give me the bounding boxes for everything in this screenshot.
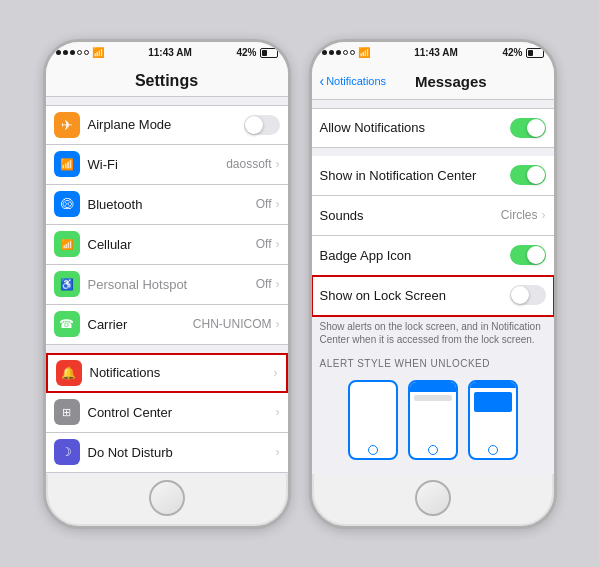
- notifications-icon: 🔔: [56, 360, 82, 386]
- badge-app-icon-item[interactable]: Badge App Icon: [312, 236, 554, 276]
- mini-alert-box: [474, 392, 512, 412]
- airplane-label: Airplane Mode: [88, 117, 244, 132]
- alert-style-banner[interactable]: [408, 380, 458, 460]
- cellular-chevron: ›: [276, 237, 280, 251]
- allow-notif-knob: [527, 119, 545, 137]
- show-notif-center-label: Show in Notification Center: [320, 168, 510, 183]
- notifications-chevron: ›: [274, 366, 278, 380]
- wifi-settings-icon: 📶: [54, 151, 80, 177]
- lock-screen-description: Show alerts on the lock screen, and in N…: [312, 316, 554, 352]
- show-lock-screen-toggle[interactable]: [510, 285, 546, 305]
- signal-dot-4: [77, 50, 82, 55]
- mini-phone-home-3: [488, 445, 498, 455]
- spacer-1: [312, 148, 554, 156]
- control-center-chevron: ›: [276, 405, 280, 419]
- mini-banner-content: [414, 395, 452, 401]
- settings-item-airplane[interactable]: ✈ Airplane Mode: [46, 105, 288, 145]
- settings-list: ✈ Airplane Mode 📶 Wi-Fi daossoft › ⨷ Blu…: [46, 97, 288, 474]
- settings-item-cellular[interactable]: 📶 Cellular Off ›: [46, 225, 288, 265]
- mini-alert-topbar: [470, 382, 516, 388]
- signal-dot-5: [84, 50, 89, 55]
- show-lock-screen-item[interactable]: Show on Lock Screen: [312, 276, 554, 316]
- left-phone: 📶 11:43 AM 42% Settings ✈ Airplane Mode: [43, 39, 291, 529]
- signal-dot-r2: [329, 50, 334, 55]
- status-bar-right: 📶 11:43 AM 42%: [312, 42, 554, 64]
- badge-app-icon-label: Badge App Icon: [320, 248, 510, 263]
- allow-notif-item[interactable]: Allow Notifications: [312, 108, 554, 148]
- hotspot-label: Personal Hotspot: [88, 277, 256, 292]
- time-right: 11:43 AM: [414, 47, 458, 58]
- signal-dot-2: [63, 50, 68, 55]
- dnd-chevron: ›: [276, 445, 280, 459]
- section-1: ✈ Airplane Mode 📶 Wi-Fi daossoft › ⨷ Blu…: [46, 105, 288, 345]
- airplane-toggle[interactable]: [244, 115, 280, 135]
- airplane-toggle-knob: [245, 116, 263, 134]
- sounds-value: Circles: [501, 208, 538, 222]
- hotspot-value: Off: [256, 277, 272, 291]
- home-button-right[interactable]: [415, 480, 451, 516]
- dnd-icon: ☽: [54, 439, 80, 465]
- show-lock-screen-label: Show on Lock Screen: [320, 288, 510, 303]
- signal-dot-r4: [343, 50, 348, 55]
- control-center-icon: ⊞: [54, 399, 80, 425]
- signal-dot-r3: [336, 50, 341, 55]
- alert-style-header: ALERT STYLE WHEN UNLOCKED: [312, 352, 554, 372]
- page-title: Messages: [356, 73, 545, 90]
- alert-style-alert[interactable]: [468, 380, 518, 460]
- signal-dots: [56, 50, 89, 55]
- wifi-value: daossoft: [226, 157, 271, 171]
- signal-dots-right: [322, 50, 355, 55]
- settings-item-dnd[interactable]: ☽ Do Not Disturb ›: [46, 433, 288, 473]
- messages-screen: ‹ Notifications Messages Allow Notificat…: [312, 64, 554, 474]
- settings-item-carrier[interactable]: ☎ Carrier CHN-UNICOM ›: [46, 305, 288, 345]
- carrier-label: Carrier: [88, 317, 193, 332]
- back-chevron-icon: ‹: [320, 73, 325, 89]
- signal-dot-3: [70, 50, 75, 55]
- show-notif-center-toggle[interactable]: [510, 165, 546, 185]
- nav-bar: ‹ Notifications Messages: [312, 64, 554, 100]
- badge-app-icon-toggle[interactable]: [510, 245, 546, 265]
- status-left: 📶: [56, 47, 104, 58]
- control-center-label: Control Center: [88, 405, 276, 420]
- cellular-label: Cellular: [88, 237, 256, 252]
- battery-icon-left: [260, 48, 278, 58]
- bluetooth-value: Off: [256, 197, 272, 211]
- bluetooth-icon: ⨷: [54, 191, 80, 217]
- mini-banner-bar: [410, 382, 456, 392]
- wifi-icon: 📶: [92, 47, 104, 58]
- sounds-chevron: ›: [542, 208, 546, 222]
- carrier-value: CHN-UNICOM: [193, 317, 272, 331]
- carrier-icon: ☎: [54, 311, 80, 337]
- section-2: 🔔 Notifications › ⊞ Control Center › ☽ D…: [46, 353, 288, 473]
- show-notif-center-item[interactable]: Show in Notification Center: [312, 156, 554, 196]
- battery-fill-left: [262, 50, 268, 56]
- hotspot-icon: ♿: [54, 271, 80, 297]
- messages-list: Allow Notifications Show in Notification…: [312, 100, 554, 474]
- badge-app-icon-knob: [527, 246, 545, 264]
- battery-icon-right: [526, 48, 544, 58]
- home-button-left[interactable]: [149, 480, 185, 516]
- settings-screen: Settings ✈ Airplane Mode 📶 Wi-Fi daossof…: [46, 64, 288, 474]
- battery-percent-left: 42%: [236, 47, 256, 58]
- allow-notif-toggle[interactable]: [510, 118, 546, 138]
- hotspot-chevron: ›: [276, 277, 280, 291]
- cellular-icon: 📶: [54, 231, 80, 257]
- settings-item-hotspot[interactable]: ♿ Personal Hotspot Off ›: [46, 265, 288, 305]
- show-lock-screen-knob: [511, 286, 529, 304]
- airplane-icon: ✈: [54, 112, 80, 138]
- status-right-right: 42%: [502, 47, 543, 58]
- settings-item-notifications[interactable]: 🔔 Notifications ›: [46, 353, 288, 393]
- alert-style-none[interactable]: [348, 380, 398, 460]
- status-right: 42%: [236, 47, 277, 58]
- wifi-icon-right: 📶: [358, 47, 370, 58]
- show-notif-center-knob: [527, 166, 545, 184]
- allow-notif-label: Allow Notifications: [320, 120, 510, 135]
- signal-dot-r5: [350, 50, 355, 55]
- sounds-item[interactable]: Sounds Circles ›: [312, 196, 554, 236]
- settings-item-bluetooth[interactable]: ⨷ Bluetooth Off ›: [46, 185, 288, 225]
- settings-item-control-center[interactable]: ⊞ Control Center ›: [46, 393, 288, 433]
- signal-dot-1: [56, 50, 61, 55]
- dnd-label: Do Not Disturb: [88, 445, 276, 460]
- settings-item-wifi[interactable]: 📶 Wi-Fi daossoft ›: [46, 145, 288, 185]
- alert-style-section: [312, 372, 554, 468]
